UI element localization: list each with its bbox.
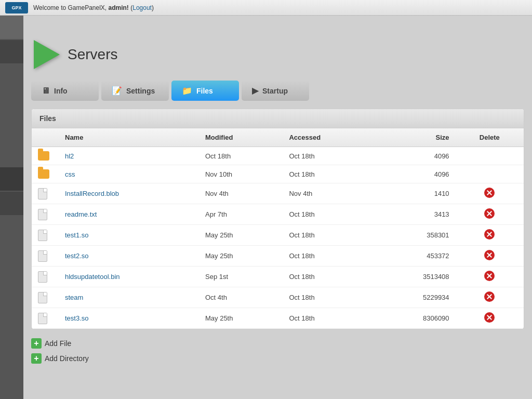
add-file-button[interactable]: Add File — [31, 337, 524, 350]
file-icon-cell — [32, 204, 59, 225]
size-cell: 3413 — [375, 204, 456, 225]
topbar: GPX Welcome to GamePanelX, admin! (Logou… — [0, 0, 532, 16]
files-panel-header: Files — [32, 109, 524, 128]
startup-icon: ▶ — [252, 86, 258, 96]
modified-cell: Nov 4th — [199, 183, 283, 204]
tab-settings-label: Settings — [126, 87, 155, 95]
file-icon — [38, 292, 47, 303]
tabs: 🖥 Info 📝 Settings 📁 Files ▶ Startup — [31, 81, 524, 101]
tab-info[interactable]: 🖥 Info — [31, 81, 99, 101]
table-row: readme.txtApr 7thOct 18th3413 — [32, 204, 524, 225]
delete-icon[interactable] — [484, 229, 495, 240]
add-directory-button[interactable]: Add Directory — [31, 352, 524, 365]
file-icon-cell — [32, 225, 59, 246]
folder-icon — [38, 151, 49, 161]
size-cell: 1410 — [375, 183, 456, 204]
tab-settings[interactable]: 📝 Settings — [101, 81, 169, 101]
accessed-cell: Oct 18th — [283, 204, 375, 225]
settings-icon: 📝 — [112, 86, 122, 96]
info-icon: 🖥 — [42, 86, 50, 96]
size-cell: 453372 — [375, 246, 456, 267]
file-name-link[interactable]: hldsupdatetool.bin — [65, 273, 120, 281]
file-name-link[interactable]: hl2 — [65, 152, 74, 160]
col-delete: Delete — [456, 128, 524, 147]
modified-cell: Oct 4th — [199, 287, 283, 308]
table-row: cssNov 10thOct 18th4096 — [32, 165, 524, 183]
file-name-link[interactable]: InstallRecord.blob — [65, 190, 119, 197]
file-icon — [38, 271, 47, 283]
modified-cell: May 25th — [199, 308, 283, 329]
delete-cell — [456, 165, 524, 183]
delete-cell — [456, 225, 524, 246]
delete-cell — [456, 308, 524, 329]
table-row: test1.soMay 25thOct 18th358301 — [32, 225, 524, 246]
accessed-cell: Nov 4th — [283, 183, 375, 204]
file-icon-cell — [32, 287, 59, 308]
logo: GPX — [5, 2, 28, 14]
delete-icon[interactable] — [484, 208, 495, 219]
tab-files[interactable]: 📁 Files — [171, 81, 239, 101]
tab-startup[interactable]: ▶ Startup — [242, 81, 309, 101]
delete-icon[interactable] — [484, 188, 495, 198]
sidebar-item-1[interactable] — [0, 16, 23, 39]
table-row: steamOct 4thOct 18th5229934 — [32, 287, 524, 308]
table-row: test3.soMay 25thOct 18th8306090 — [32, 308, 524, 329]
sidebar-item-4[interactable] — [0, 192, 23, 215]
file-name-link[interactable]: test1.so — [65, 231, 89, 239]
file-name-link[interactable]: test2.so — [65, 252, 89, 260]
file-icon — [38, 313, 47, 324]
table-header-row: Name Modified Accessed Size Delete — [32, 128, 524, 147]
file-name-cell: test2.so — [59, 246, 199, 267]
col-name: Name — [59, 128, 199, 147]
file-icon — [38, 209, 47, 220]
file-name-link[interactable]: readme.txt — [65, 210, 97, 218]
page-title: Servers — [68, 46, 117, 63]
size-cell: 4096 — [375, 165, 456, 183]
add-file-icon — [31, 338, 42, 349]
file-icon-cell — [32, 183, 59, 204]
file-name-cell: hl2 — [59, 147, 199, 165]
add-directory-label: Add Directory — [45, 354, 89, 363]
tab-info-label: Info — [54, 87, 68, 95]
welcome-text: Welcome to GamePanelX, admin! (Logout) — [33, 4, 154, 11]
accessed-cell: Oct 18th — [283, 165, 375, 183]
file-name-link[interactable]: steam — [65, 294, 83, 301]
file-icon — [38, 188, 47, 200]
file-icon — [38, 230, 47, 241]
table-row: InstallRecord.blobNov 4thNov 4th1410 — [32, 183, 524, 204]
modified-cell: Nov 10th — [199, 165, 283, 183]
file-icon-cell — [32, 246, 59, 267]
delete-icon[interactable] — [484, 250, 495, 260]
delete-icon[interactable] — [484, 271, 495, 281]
file-name-cell: steam — [59, 287, 199, 308]
file-icon-cell — [32, 147, 59, 165]
file-name-cell: css — [59, 165, 199, 183]
col-modified: Modified — [199, 128, 283, 147]
modified-cell: Oct 18th — [199, 147, 283, 165]
modified-cell: Sep 1st — [199, 267, 283, 287]
size-cell: 3513408 — [375, 267, 456, 287]
add-buttons: Add File Add Directory — [31, 337, 524, 365]
files-table: Name Modified Accessed Size Delete hl2Oc… — [32, 128, 524, 329]
file-icon-cell — [32, 165, 59, 183]
folder-icon — [38, 169, 49, 179]
modified-cell: May 25th — [199, 225, 283, 246]
delete-cell — [456, 204, 524, 225]
file-name-link[interactable]: css — [65, 170, 75, 178]
tab-files-label: Files — [196, 87, 213, 95]
delete-icon[interactable] — [484, 291, 495, 302]
file-icon-cell — [32, 308, 59, 329]
file-name-cell: InstallRecord.blob — [59, 183, 199, 204]
delete-cell — [456, 246, 524, 267]
tab-startup-label: Startup — [262, 87, 288, 95]
logout-link[interactable]: Logout — [132, 4, 152, 11]
delete-icon[interactable] — [484, 312, 495, 323]
size-cell: 4096 — [375, 147, 456, 165]
file-name-link[interactable]: test3.so — [65, 314, 89, 322]
col-accessed: Accessed — [283, 128, 375, 147]
sidebar-item-2[interactable] — [0, 40, 23, 63]
accessed-cell: Oct 18th — [283, 267, 375, 287]
file-name-cell: test1.so — [59, 225, 199, 246]
sidebar-item-3[interactable] — [0, 167, 23, 191]
delete-cell — [456, 183, 524, 204]
